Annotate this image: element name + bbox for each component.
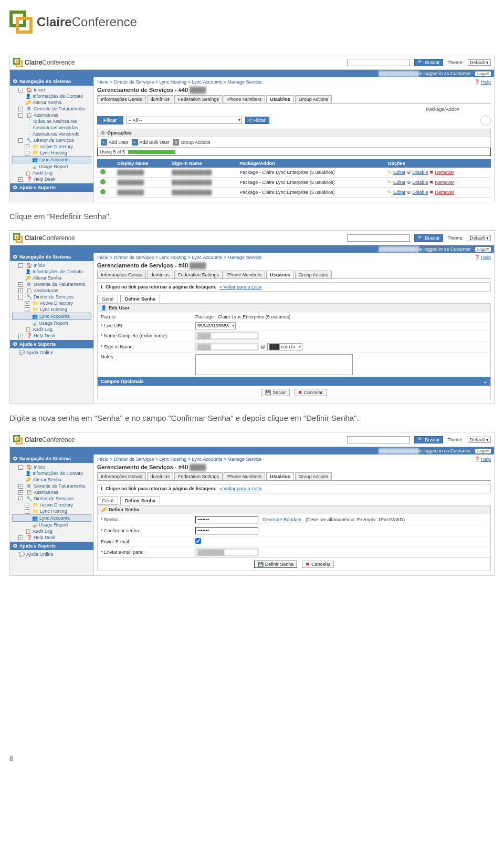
sidebar-help-online[interactable]: 💬Ajuda Online	[12, 349, 91, 356]
theme-select[interactable]: Default ▾	[468, 235, 491, 241]
edit-link[interactable]: Editar	[393, 170, 406, 175]
tab[interactable]: domínios	[147, 472, 174, 480]
back-link[interactable]: « Voltar para a Lista	[219, 486, 261, 491]
sidebar-item[interactable]: 👥Lync Accounts	[12, 514, 91, 522]
search-input[interactable]	[347, 234, 410, 242]
sidebar-item[interactable]: 📋Audit Log	[12, 170, 91, 176]
cancel-button[interactable]: ✖Cancelar	[295, 389, 327, 396]
remove-link[interactable]: Remover	[435, 170, 455, 175]
sidebar-item[interactable]: +⚙Gerente de Faturamento	[12, 281, 91, 287]
sidebar-item[interactable]: -📁Lync Hosting	[12, 150, 91, 156]
sidebar-item[interactable]: 📊Usage Report	[12, 320, 91, 326]
logoff-button[interactable]: Logoff	[475, 71, 491, 76]
disable-link[interactable]: Disable	[413, 190, 428, 195]
expand-icon[interactable]: -	[18, 263, 23, 268]
expand-icon[interactable]: +	[25, 144, 29, 149]
sidebar-item[interactable]: +⚙Gerente de Faturamento	[12, 483, 91, 489]
expand-icon[interactable]: -	[18, 138, 23, 143]
sidebar-item[interactable]: +📁Active Directory	[12, 502, 91, 508]
domain-select[interactable]: ███-com.br	[267, 343, 302, 350]
back-link[interactable]: « Voltar para a Lista	[219, 284, 261, 290]
sidebar-item[interactable]: -🏠Início	[12, 87, 91, 93]
sidebar-item[interactable]: +❓Help Desk	[12, 333, 91, 339]
tab[interactable]: Group Actions	[295, 271, 332, 278]
expand-icon[interactable]: -	[18, 295, 23, 299]
tab[interactable]: Federation Settings	[174, 472, 223, 480]
expand-icon[interactable]: +	[18, 288, 23, 293]
expand-icon[interactable]: +	[18, 535, 23, 540]
expand-icon[interactable]: +	[25, 301, 29, 306]
notes-textarea[interactable]	[195, 354, 353, 375]
tab[interactable]: Federation Settings	[174, 95, 223, 103]
sidebar-item[interactable]: -📁Lync Hosting	[12, 306, 91, 313]
search-input[interactable]	[347, 436, 410, 443]
filter-button[interactable]: Filtrar	[97, 116, 123, 125]
expand-icon[interactable]: +	[18, 490, 23, 495]
sidebar-item[interactable]: -📁Lync Hosting	[12, 508, 91, 514]
tab[interactable]: Group Actions	[295, 95, 332, 103]
tab[interactable]: Usuários	[266, 472, 294, 480]
senha-input[interactable]: •••••••	[195, 516, 258, 523]
subtab[interactable]: Definir Senha	[120, 295, 160, 303]
expand-icon[interactable]: -	[18, 465, 23, 470]
expand-icon[interactable]: -	[18, 497, 23, 501]
sidebar-item[interactable]: -🏠Início	[12, 464, 91, 470]
tab[interactable]: Usuários	[266, 95, 294, 103]
expand-icon[interactable]: +	[18, 334, 23, 338]
disable-link[interactable]: Disable	[413, 180, 428, 185]
edit-link[interactable]: Editar	[393, 180, 406, 185]
sidebar-item[interactable]: 👤Informações de Contato	[12, 470, 91, 477]
sidebar-item[interactable]: 📊Usage Report	[12, 163, 91, 170]
tab[interactable]: Group Actions	[295, 472, 332, 480]
sidebar-item[interactable]: 🔑Alterar Senha	[12, 275, 91, 281]
sidebar-help-online[interactable]: 💬Ajuda Online	[12, 551, 91, 557]
tab[interactable]: Federation Settings	[174, 271, 223, 278]
search-input[interactable]	[347, 59, 410, 66]
add-bulk-user-button[interactable]: +Add Bulk User	[132, 139, 170, 146]
sidebar-item[interactable]: -🔧Diretor de Serviços	[12, 495, 91, 502]
sidebar-item[interactable]: 📋Audit Log	[12, 326, 91, 333]
group-actions-button[interactable]: ≡Group Actions	[173, 139, 211, 146]
sidebar-item[interactable]: -🏠Início	[12, 262, 91, 268]
sidebar-item[interactable]: +📋Assinaturas	[12, 287, 91, 294]
search-button[interactable]: 🔍Buscar	[414, 436, 443, 443]
expand-icon[interactable]: +	[25, 503, 29, 508]
sidebar-item[interactable]: 📄Todas as Assinaturas	[12, 118, 91, 125]
edit-link[interactable]: Editar	[393, 190, 406, 195]
sidebar-item[interactable]: +⚙Gerente de Faturamento	[12, 106, 91, 112]
subtab[interactable]: Geral	[97, 295, 118, 303]
sidebar-item[interactable]: 👥Lync Accounts	[12, 313, 91, 320]
tab[interactable]: Informações Gerais	[97, 271, 146, 278]
sidebar-item[interactable]: +📁Active Directory	[12, 300, 91, 306]
expand-icon[interactable]: +	[18, 484, 23, 489]
signin-input[interactable]: ████	[195, 343, 258, 350]
help-link[interactable]: ❓ Help	[474, 79, 491, 85]
remove-link[interactable]: Remover	[435, 190, 455, 195]
remove-link[interactable]: Remover	[435, 180, 455, 185]
tab[interactable]: Phone Numbers	[224, 472, 265, 480]
tab[interactable]: Phone Numbers	[224, 271, 265, 278]
save-button[interactable]: 💾Salvar	[261, 389, 290, 396]
tab[interactable]: domínios	[147, 271, 174, 278]
sidebar-item[interactable]: 📄Assinaturas Vencendo	[12, 131, 91, 137]
sidebar-item[interactable]: +📋Assinaturas	[12, 489, 91, 495]
lineuri-select[interactable]: 553433195558	[195, 322, 236, 329]
expand-icon[interactable]: +	[18, 107, 23, 111]
expand-icon[interactable]: -	[18, 113, 23, 118]
expand-icon[interactable]: +	[18, 177, 23, 182]
tab[interactable]: Informações Gerais	[97, 472, 146, 480]
tab[interactable]: domínios	[147, 95, 174, 103]
apply-filter-button[interactable]: ▽Filtrar	[245, 117, 269, 124]
enviar-email-checkbox[interactable]	[195, 538, 201, 544]
sidebar-item[interactable]: 👥Lync Accounts	[12, 156, 91, 163]
search-button[interactable]: 🔍Buscar	[414, 59, 443, 66]
define-senha-button[interactable]: 💾Definir Senha	[254, 561, 298, 568]
expand-icon[interactable]: -	[25, 509, 29, 514]
tab[interactable]: Phone Numbers	[224, 95, 265, 103]
tab[interactable]: Informações Gerais	[97, 95, 146, 103]
generate-random-link[interactable]: Generate Random	[262, 517, 301, 522]
sidebar-item[interactable]: 👤Informações de Contato	[12, 268, 91, 275]
expand-icon[interactable]: -	[18, 88, 23, 92]
filter-select[interactable]: -- All --	[127, 117, 242, 124]
add-user-button[interactable]: +Add User	[101, 139, 129, 146]
